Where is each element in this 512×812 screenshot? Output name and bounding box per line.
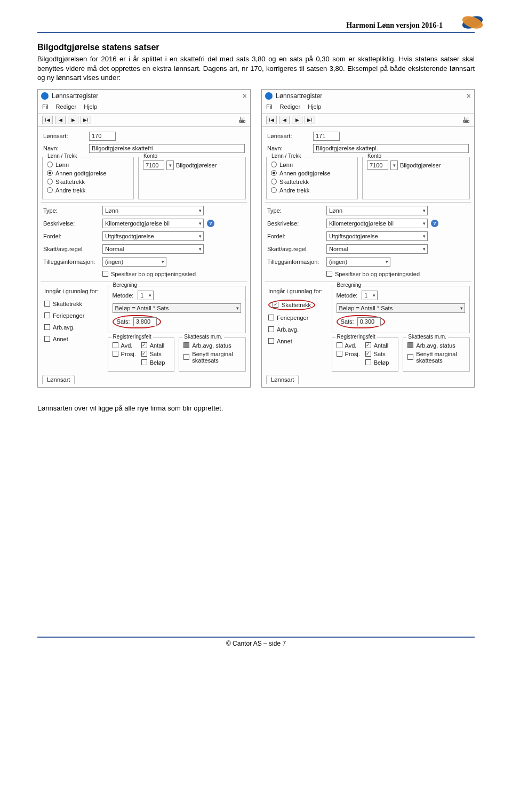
beskrivelse-select[interactable]: Kilometergodtgjørelse bil <box>326 219 428 228</box>
radio-andre[interactable] <box>47 187 53 193</box>
close-icon[interactable]: × <box>467 92 471 100</box>
window-titlebar: Lønnsartregister × <box>38 90 250 102</box>
sats-highlight: Sats: 3,800 <box>113 315 161 328</box>
nav-next-button[interactable]: ▶ <box>68 116 78 124</box>
nav-last-button[interactable]: ▶I <box>81 116 91 124</box>
regfelt-group: Registreringsfelt Avd. Prosj. Antall Sat… <box>332 337 399 372</box>
type-select[interactable]: Lønn <box>102 206 204 215</box>
chk-arbavg-status[interactable] <box>183 342 189 348</box>
chk-sats[interactable] <box>141 351 147 357</box>
menu-hjelp[interactable]: Hjelp <box>308 103 321 110</box>
menu-fil[interactable]: Fil <box>266 103 273 110</box>
navn-label: Navn: <box>43 145 86 151</box>
nav-prev-button[interactable]: ◀ <box>55 116 66 124</box>
tab-lonnart[interactable]: Lønnsart <box>266 375 299 384</box>
chk-feriepenger[interactable] <box>44 312 50 318</box>
radio-skattetrekk[interactable] <box>47 179 53 184</box>
konto-name: Bilgodtgjørelser <box>400 162 441 168</box>
chk-skattetrekk[interactable] <box>273 302 278 308</box>
brand-logo <box>460 10 485 35</box>
radio-annen[interactable] <box>271 170 277 176</box>
beregning-group: Beregning Metode:1 Beløp = Antall * Sats… <box>108 286 246 333</box>
tillegg-select[interactable]: (ingen) <box>102 257 166 267</box>
chk-prosj[interactable] <box>337 351 342 357</box>
print-icon[interactable]: 🖶 <box>462 116 470 124</box>
chk-prosj[interactable] <box>113 351 118 357</box>
type-select[interactable]: Lønn <box>326 206 428 215</box>
chk-belop[interactable] <box>365 359 371 365</box>
header-rule <box>37 32 475 33</box>
fordel-select[interactable]: Utgiftsgodtgjørelse <box>102 231 204 241</box>
nav-prev-button[interactable]: ◀ <box>279 116 290 124</box>
tab-lonnart[interactable]: Lønnsart <box>42 375 75 384</box>
lonnart-input[interactable]: 170 <box>89 132 116 141</box>
help-icon[interactable]: ? <box>431 220 438 227</box>
window-title: Lønnsartregister <box>276 92 322 100</box>
spesifiser-checkbox[interactable] <box>102 271 108 277</box>
menu-bar: Fil Rediger Hjelp <box>262 102 474 113</box>
metode-select[interactable]: 1 <box>138 291 154 300</box>
konto-select[interactable] <box>166 160 174 170</box>
panel-right: Lønnsartregister × Fil Rediger Hjelp I◀ … <box>261 89 475 388</box>
nav-first-button[interactable]: I◀ <box>42 116 53 124</box>
menu-rediger[interactable]: Rediger <box>56 103 77 110</box>
lonnart-input[interactable]: 171 <box>313 132 340 141</box>
radio-andre[interactable] <box>271 187 277 193</box>
chk-annet[interactable] <box>268 338 274 344</box>
chk-antall[interactable] <box>365 342 371 348</box>
chk-marginal[interactable] <box>407 354 413 360</box>
menu-fil[interactable]: Fil <box>42 103 49 110</box>
chk-belop[interactable] <box>141 359 147 365</box>
close-icon[interactable]: × <box>243 92 247 100</box>
konto-name: Bilgodtgjørelser <box>176 162 217 168</box>
fordel-select[interactable]: Utgiftsgodtgjørelse <box>326 231 428 241</box>
konto-input[interactable]: 7100 <box>143 160 164 170</box>
chk-sats[interactable] <box>365 351 371 357</box>
menu-rediger[interactable]: Rediger <box>280 103 301 110</box>
radio-skattetrekk[interactable] <box>271 179 277 184</box>
spesifiser-checkbox[interactable] <box>326 271 332 277</box>
formula-display: Beløp = Antall * Sats <box>337 303 465 313</box>
section-paragraph-1: Bilgodtgjørelsen for 2016 er i år splitt… <box>37 54 475 83</box>
print-icon[interactable]: 🖶 <box>238 116 246 124</box>
radio-lonn[interactable] <box>271 162 277 167</box>
skatt-select[interactable]: Normal <box>326 244 428 254</box>
navn-input[interactable]: Bilgodtgjørelse skattefri <box>89 144 245 153</box>
lonn-trekk-group: Lønn / Trekk Lønn Annen godtgjørelse Ska… <box>266 157 358 199</box>
footer-text: © Cantor AS – side 7 <box>37 638 475 649</box>
tillegg-select[interactable]: (ingen) <box>326 257 390 267</box>
chk-marginal[interactable] <box>183 354 189 360</box>
menu-hjelp[interactable]: Hjelp <box>84 103 97 110</box>
navn-label: Navn: <box>267 145 310 151</box>
konto-input[interactable]: 7100 <box>367 160 388 170</box>
chk-feriepenger[interactable] <box>268 315 274 320</box>
menu-bar: Fil Rediger Hjelp <box>38 102 250 113</box>
chk-avd[interactable] <box>337 342 342 348</box>
lonnart-label: Lønnsart: <box>267 133 310 139</box>
chk-arbavg-status[interactable] <box>407 342 413 348</box>
chk-antall[interactable] <box>141 342 147 348</box>
panel-container: Lønnsartregister × Fil Rediger Hjelp I◀ … <box>37 89 475 388</box>
lonn-trekk-group: Lønn / Trekk Lønn Annen godtgjørelse Ska… <box>42 157 134 199</box>
skatt-select[interactable]: Normal <box>102 244 204 254</box>
help-icon[interactable]: ? <box>207 220 214 227</box>
sats-input[interactable]: 3,800 <box>133 317 157 326</box>
sats-input[interactable]: 0,300 <box>357 317 381 326</box>
metode-select[interactable]: 1 <box>362 291 378 300</box>
chk-annet[interactable] <box>44 336 50 342</box>
skattesats-group: Skattesats m.m. Arb.avg. status Benytt m… <box>179 337 246 372</box>
chk-arbavg[interactable] <box>44 324 50 330</box>
nav-first-button[interactable]: I◀ <box>266 116 277 124</box>
chk-arbavg[interactable] <box>268 326 274 332</box>
radio-annen[interactable] <box>47 170 53 176</box>
app-icon <box>41 92 49 100</box>
chk-avd[interactable] <box>113 342 118 348</box>
beskrivelse-select[interactable]: Kilometergodtgjørelse bil <box>102 219 204 228</box>
nav-last-button[interactable]: ▶I <box>305 116 315 124</box>
radio-lonn[interactable] <box>47 162 53 167</box>
navn-input[interactable]: Bilgodtgjørelse skattepl. <box>313 144 469 153</box>
nav-next-button[interactable]: ▶ <box>292 116 302 124</box>
skattesats-group: Skattesats m.m. Arb.avg. status Benytt m… <box>403 337 470 372</box>
konto-select[interactable] <box>390 160 398 170</box>
chk-skattetrekk[interactable] <box>44 301 50 307</box>
